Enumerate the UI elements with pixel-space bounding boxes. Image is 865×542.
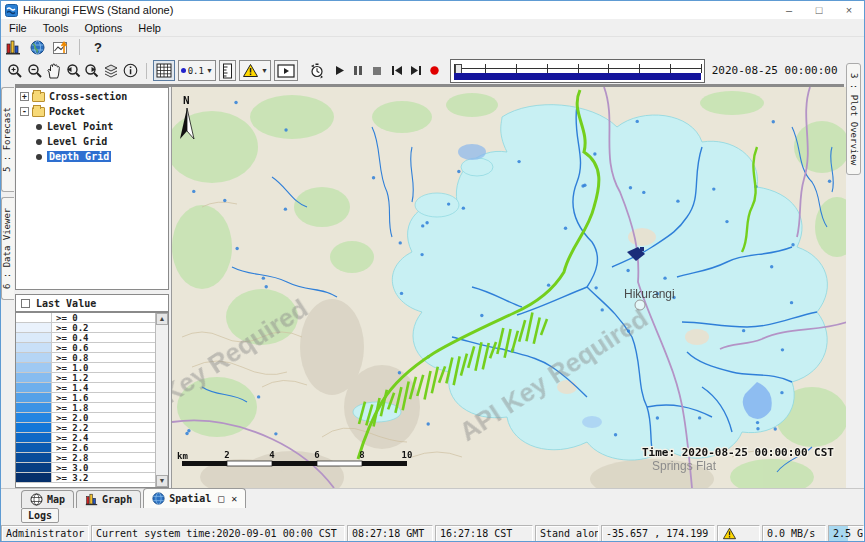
legend-header-label: Last Value	[36, 298, 96, 309]
pause-icon	[353, 65, 363, 76]
info-button[interactable]	[121, 61, 140, 81]
contour-dot-icon	[181, 68, 186, 73]
menu-item[interactable]: Help	[130, 20, 169, 36]
legend-color-swatch	[16, 443, 52, 452]
tab-map[interactable]: Map	[21, 490, 74, 508]
legend-row[interactable]: >= 3.0	[16, 463, 155, 473]
tab-forecast[interactable]: 5 : Forecast	[1, 87, 14, 192]
legend-color-swatch	[16, 333, 52, 342]
legend-row[interactable]: >= 1.0	[16, 363, 155, 373]
contour-interval-dropdown[interactable]: 0.1 ▼	[178, 60, 216, 81]
animation-settings-button[interactable]	[307, 61, 326, 81]
ruler-icon	[222, 63, 233, 79]
zoom-next-button[interactable]	[82, 61, 101, 81]
tree-item-pocket[interactable]: -Pocket	[16, 105, 168, 118]
legend-row[interactable]: >= 1.6	[16, 393, 155, 403]
legend-row[interactable]: >= 2.4	[16, 433, 155, 443]
logs-button[interactable]: Logs	[21, 508, 59, 523]
record-button[interactable]	[425, 61, 444, 81]
map-time-label: Time: 2020-08-25 00:00:00 CST	[642, 446, 834, 459]
map-canvas: API Key Required API Key Required Hikura…	[172, 87, 846, 488]
warning-icon	[242, 63, 259, 78]
tab-float-button[interactable]: □	[218, 493, 224, 504]
timeline-slider[interactable]	[450, 59, 704, 83]
help-button[interactable]: ?	[86, 37, 110, 57]
tree-item-label[interactable]: Depth Grid	[47, 151, 111, 162]
grid-display-toggle[interactable]	[153, 60, 175, 81]
legend-row[interactable]: >= 0.2	[16, 323, 155, 333]
legend-color-swatch	[16, 313, 52, 322]
contour-interval-value: 0.1	[188, 66, 204, 76]
map-display-button[interactable]	[25, 37, 49, 57]
menu-item[interactable]: Tools	[35, 20, 77, 36]
legend-color-swatch	[16, 473, 52, 482]
scale-ruler-toggle[interactable]	[219, 60, 236, 81]
legend-row[interactable]: >= 2.0	[16, 413, 155, 423]
tree-item-level-grid[interactable]: Level Grid	[16, 135, 168, 148]
graph-display-button[interactable]	[1, 37, 25, 57]
spatial-display-button[interactable]	[49, 37, 73, 57]
legend-row[interactable]: >= 3.2	[16, 473, 155, 483]
scroll-down-icon[interactable]: ▼	[156, 475, 168, 487]
maximize-button[interactable]: □	[804, 1, 834, 19]
tree-expander-icon[interactable]: -	[20, 107, 29, 116]
legend-color-swatch	[16, 433, 52, 442]
map-viewport[interactable]: API Key Required API Key Required Hikura…	[171, 87, 846, 488]
zoom-out-icon	[27, 63, 43, 79]
warnings-dropdown[interactable]: ▼	[239, 60, 271, 81]
skip-end-button[interactable]	[406, 61, 425, 81]
legend-row[interactable]: >= 0.8	[16, 353, 155, 363]
tree-item-label[interactable]: Level Point	[47, 121, 113, 132]
zoom-in-button[interactable]	[6, 61, 25, 81]
legend-row[interactable]: >= 0.4	[16, 333, 155, 343]
layers-button[interactable]	[102, 61, 121, 81]
legend-row[interactable]: >= 2.2	[16, 423, 155, 433]
legend-row[interactable]: >= 0.6	[16, 343, 155, 353]
profile-chart-icon	[53, 40, 70, 55]
legend-row[interactable]: >= 2.6	[16, 443, 155, 453]
zoom-previous-button[interactable]	[63, 61, 82, 81]
last-value-checkbox[interactable]	[21, 299, 30, 308]
scroll-up-icon[interactable]: ▲	[156, 313, 168, 325]
minimize-button[interactable]: –	[774, 1, 804, 19]
tree-item-level-point[interactable]: Level Point	[16, 120, 168, 133]
legend-color-swatch	[16, 403, 52, 412]
movie-export-button[interactable]	[274, 60, 298, 81]
status-mode: Stand alone	[535, 525, 599, 542]
play-icon	[334, 65, 345, 76]
tab-spatial[interactable]: Spatial □ ✕	[143, 488, 246, 508]
title-bar: Hikurangi FEWS (Stand alone) – □ ×	[1, 1, 864, 19]
close-button[interactable]: ×	[834, 1, 864, 19]
menu-item[interactable]: Options	[76, 20, 130, 36]
pan-button[interactable]	[44, 61, 63, 81]
tab-graph[interactable]: Graph	[76, 490, 141, 508]
legend-color-swatch	[16, 323, 52, 332]
stop-button[interactable]	[368, 61, 387, 81]
legend-row[interactable]: >= 1.2	[16, 373, 155, 383]
pause-button[interactable]	[349, 61, 368, 81]
legend-color-swatch	[16, 413, 52, 422]
legend-panel: >= 0 >= 0.2 >= 0.4 >= 0.6	[15, 312, 169, 488]
legend-color-swatch	[16, 353, 52, 362]
right-tab-strip: 3 : Plot Overview	[844, 57, 864, 488]
legend-row[interactable]: >= 1.8	[16, 403, 155, 413]
legend-row[interactable]: >= 0	[16, 313, 155, 323]
legend-row[interactable]: >= 2.8	[16, 453, 155, 463]
tab-plot-overview[interactable]: 3 : Plot Overview	[846, 63, 861, 175]
tab-close-button[interactable]: ✕	[231, 493, 237, 504]
bottom-tab-bar: Map Graph Spatial □ ✕	[1, 488, 864, 508]
skip-begin-button[interactable]	[387, 61, 406, 81]
legend-row[interactable]: >= 1.4	[16, 383, 155, 393]
tree-expander-icon[interactable]: +	[20, 92, 29, 101]
tree-item-label[interactable]: Pocket	[49, 106, 85, 117]
menu-item[interactable]: File	[1, 20, 35, 36]
tree-item-cross-section[interactable]: +Cross-section	[16, 90, 168, 103]
status-warning-cell[interactable]	[717, 525, 760, 542]
tree-item-depth-grid[interactable]: Depth Grid	[16, 150, 168, 163]
tab-data-viewer[interactable]: 6 : Data Viewer	[1, 197, 14, 300]
tree-item-label[interactable]: Level Grid	[47, 136, 107, 147]
zoom-out-button[interactable]	[25, 61, 44, 81]
play-button[interactable]	[330, 61, 349, 81]
tree-item-label[interactable]: Cross-section	[49, 91, 127, 102]
legend-scrollbar[interactable]: ▲ ▼	[155, 313, 168, 487]
